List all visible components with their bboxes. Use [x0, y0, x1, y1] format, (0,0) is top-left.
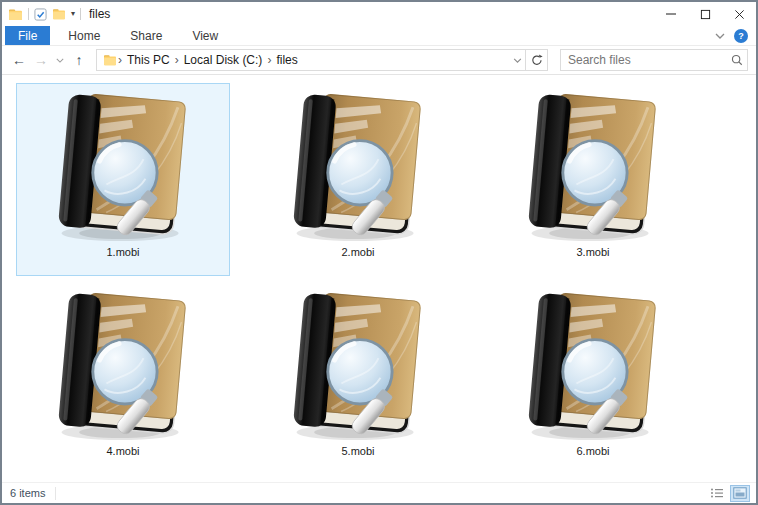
properties-check-icon[interactable]: [34, 5, 47, 23]
mobi-book-icon: [49, 286, 197, 442]
file-item[interactable]: 4.mobi: [16, 282, 230, 475]
recent-locations-chevron-icon[interactable]: [54, 50, 66, 70]
forward-icon[interactable]: →: [32, 50, 50, 70]
file-name: 6.mobi: [576, 445, 609, 458]
file-item[interactable]: 1.mobi: [16, 83, 230, 276]
file-item[interactable]: 3.mobi: [486, 83, 700, 276]
view-toggles: [707, 485, 750, 502]
minimize-button[interactable]: [654, 2, 688, 26]
address-folder-icon: [103, 54, 117, 66]
tab-file[interactable]: File: [5, 26, 50, 45]
search-icon[interactable]: [727, 53, 747, 67]
file-name: 4.mobi: [106, 445, 139, 458]
help-button[interactable]: ?: [734, 29, 748, 43]
tab-view[interactable]: View: [180, 26, 230, 45]
large-icons-view-icon[interactable]: [730, 485, 750, 502]
search-box: [560, 49, 748, 71]
new-folder-icon[interactable]: [52, 5, 66, 23]
items-count: 6 items: [10, 487, 45, 499]
explorer-window: ▾ files File Home Share View ? ← → ↑ › T…: [0, 0, 758, 505]
tab-share[interactable]: Share: [118, 26, 174, 45]
maximize-button[interactable]: [688, 2, 722, 26]
breadcrumb-local-disk[interactable]: Local Disk (C:): [180, 53, 267, 67]
status-divider: [55, 487, 56, 500]
file-item[interactable]: 6.mobi: [486, 282, 700, 475]
file-item[interactable]: 2.mobi: [251, 83, 465, 276]
qat-customize-dropdown-icon[interactable]: ▾: [71, 5, 75, 23]
ribbon-right-controls: ?: [715, 26, 756, 45]
expand-ribbon-icon[interactable]: [715, 33, 725, 39]
address-dropdown-chevron-icon[interactable]: [509, 50, 525, 70]
mobi-book-icon: [284, 286, 432, 442]
app-folder-icon: [8, 5, 23, 23]
address-bar[interactable]: › This PC › Local Disk (C:) › files: [96, 49, 548, 71]
address-bar-controls: [509, 50, 547, 70]
titlebar-divider: [80, 8, 81, 20]
breadcrumb-files[interactable]: files: [272, 53, 301, 67]
window-title: files: [89, 7, 110, 21]
file-name: 5.mobi: [341, 445, 374, 458]
file-name: 3.mobi: [576, 246, 609, 259]
ribbon-tab-row: File Home Share View ?: [2, 26, 756, 46]
details-view-icon[interactable]: [707, 485, 727, 502]
file-name: 1.mobi: [106, 246, 139, 259]
caption-buttons: [654, 2, 756, 26]
titlebar: ▾ files: [2, 2, 756, 26]
file-name: 2.mobi: [341, 246, 374, 259]
navigation-bar: ← → ↑ › This PC › Local Disk (C:) › file…: [2, 46, 756, 75]
titlebar-divider: [28, 8, 29, 20]
search-input[interactable]: [561, 53, 727, 67]
mobi-book-icon: [519, 286, 667, 442]
file-grid: 1.mobi 2.mobi 3.mobi 4.mobi 5.mobi 6.mob…: [2, 75, 756, 482]
mobi-book-icon: [49, 87, 197, 243]
mobi-book-icon: [519, 87, 667, 243]
refresh-icon[interactable]: [525, 50, 547, 70]
file-item[interactable]: 5.mobi: [251, 282, 465, 475]
status-bar: 6 items: [2, 482, 756, 503]
tab-home[interactable]: Home: [56, 26, 112, 45]
close-button[interactable]: [722, 2, 756, 26]
quick-access-toolbar: ▾ files: [2, 2, 110, 26]
mobi-book-icon: [284, 87, 432, 243]
back-icon[interactable]: ←: [10, 50, 28, 70]
breadcrumb-this-pc[interactable]: This PC: [123, 53, 174, 67]
up-icon[interactable]: ↑: [70, 50, 88, 70]
